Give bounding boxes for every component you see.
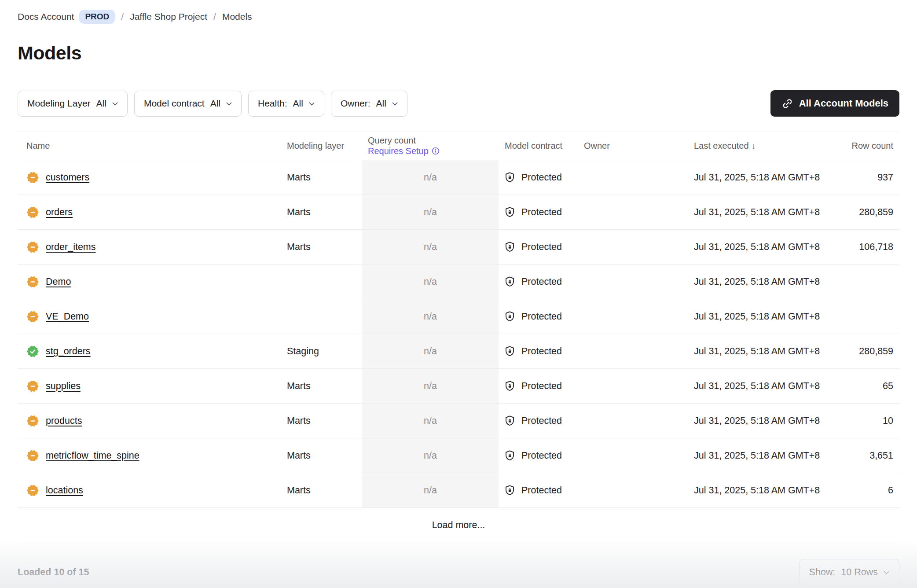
filter-value: All — [293, 98, 303, 109]
model-contract-cell: Protected — [499, 160, 578, 195]
all-account-models-button[interactable]: All Account Models — [770, 90, 899, 117]
col-header-last-executed[interactable]: Last executed↓ — [688, 137, 824, 154]
environment-badge: PROD — [79, 10, 115, 24]
breadcrumb-account[interactable]: Docs Account — [18, 11, 74, 22]
last-executed-cell: Jul 31, 2025, 5:18 AM GMT+8 — [688, 334, 824, 368]
filter-health[interactable]: Health: All — [248, 91, 324, 117]
health-check-icon — [26, 345, 39, 358]
modeling-layer-cell: Marts — [287, 230, 362, 264]
model-name-link[interactable]: stg_orders — [46, 346, 91, 357]
model-name-cell: orders — [18, 195, 287, 229]
model-contract-value: Protected — [521, 276, 562, 287]
health-minus-icon — [26, 380, 39, 393]
chevron-down-icon — [392, 102, 398, 106]
model-contract-value: Protected — [521, 207, 562, 218]
row-count-cell: 106,718 — [824, 230, 899, 264]
query-count-cell: n/a — [362, 369, 499, 403]
all-account-models-label: All Account Models — [799, 98, 888, 109]
model-name-cell: customers — [18, 160, 287, 195]
model-name-cell: locations — [18, 473, 287, 507]
model-contract-cell: Protected — [499, 473, 578, 507]
col-header-model-contract[interactable]: Model contract — [499, 137, 578, 154]
health-minus-icon — [26, 206, 39, 219]
shield-lock-icon — [504, 276, 516, 288]
filter-owner[interactable]: Owner: All — [331, 91, 407, 117]
filter-model-contract[interactable]: Model contract All — [134, 91, 242, 117]
shield-lock-icon — [504, 241, 516, 253]
model-name-link[interactable]: Demo — [46, 276, 71, 287]
model-name-link[interactable]: supplies — [46, 381, 81, 392]
model-name-link[interactable]: order_items — [46, 242, 96, 253]
model-name-link[interactable]: locations — [46, 485, 83, 496]
last-executed-cell: Jul 31, 2025, 5:18 AM GMT+8 — [688, 369, 824, 403]
model-name-cell: metricflow_time_spine — [18, 438, 287, 473]
model-name-cell: order_items — [18, 230, 287, 264]
table-row: metricflow_time_spine Marts n/a Protecte… — [18, 438, 899, 473]
col-header-modeling-layer[interactable]: Modeling layer — [287, 137, 362, 154]
owner-cell — [578, 369, 688, 403]
health-minus-icon — [26, 276, 39, 288]
health-minus-icon — [26, 310, 39, 323]
model-name-link[interactable]: products — [46, 415, 82, 426]
model-contract-value: Protected — [521, 485, 562, 496]
row-count-cell: 10 — [824, 404, 899, 438]
query-count-label: Query count — [368, 136, 499, 146]
model-contract-cell: Protected — [499, 404, 578, 438]
chevron-down-icon — [226, 102, 232, 106]
model-name-link[interactable]: metricflow_time_spine — [46, 450, 139, 461]
col-header-name[interactable]: Name — [18, 137, 287, 154]
chevron-down-icon — [884, 571, 889, 575]
shield-lock-icon — [504, 380, 516, 392]
show-rows-dropdown[interactable]: Show: 10 Rows — [799, 559, 899, 585]
model-name-link[interactable]: orders — [46, 207, 73, 218]
last-executed-cell: Jul 31, 2025, 5:18 AM GMT+8 — [688, 230, 824, 264]
filter-modeling-layer[interactable]: Modeling Layer All — [18, 91, 128, 117]
row-count-cell — [824, 265, 899, 299]
table-row: supplies Marts n/a Protected Jul 31, 202… — [18, 369, 899, 404]
model-contract-cell: Protected — [499, 299, 578, 334]
requires-setup-link[interactable]: Requires Setup — [368, 146, 440, 157]
owner-cell — [578, 404, 688, 438]
show-label: Show: — [809, 567, 836, 578]
load-more-button[interactable]: Load more... — [432, 520, 485, 531]
chevron-down-icon — [112, 102, 118, 106]
col-header-owner[interactable]: Owner — [578, 137, 688, 154]
owner-cell — [578, 299, 688, 334]
modeling-layer-cell: Staging — [287, 334, 362, 368]
last-executed-cell: Jul 31, 2025, 5:18 AM GMT+8 — [688, 299, 824, 334]
model-name-cell: stg_orders — [18, 334, 287, 368]
row-count-cell: 280,859 — [824, 195, 899, 229]
model-name-link[interactable]: VE_Demo — [46, 311, 89, 322]
model-name-link[interactable]: customers — [46, 172, 89, 183]
last-executed-cell: Jul 31, 2025, 5:18 AM GMT+8 — [688, 473, 824, 507]
modeling-layer-cell: Marts — [287, 160, 362, 195]
model-contract-value: Protected — [521, 381, 562, 392]
query-count-cell: n/a — [362, 160, 499, 195]
info-icon[interactable] — [431, 147, 440, 155]
owner-cell — [578, 160, 688, 195]
table-row: Demo n/a Protected Jul 31, 2025, 5:18 AM… — [18, 265, 899, 299]
last-executed-cell: Jul 31, 2025, 5:18 AM GMT+8 — [688, 404, 824, 438]
last-executed-cell: Jul 31, 2025, 5:18 AM GMT+8 — [688, 160, 824, 195]
row-count-cell: 65 — [824, 369, 899, 403]
modeling-layer-cell — [287, 265, 362, 299]
filter-value: All — [96, 98, 106, 109]
health-minus-icon — [26, 449, 39, 462]
filter-label: Health: — [258, 98, 287, 109]
health-minus-icon — [26, 484, 39, 497]
col-header-row-count[interactable]: Row count — [824, 137, 899, 154]
shield-lock-icon — [504, 415, 516, 427]
row-count-cell: 937 — [824, 160, 899, 195]
health-minus-icon — [26, 171, 39, 184]
models-table: Name Modeling layer Query count Requires… — [18, 132, 899, 543]
query-count-cell: n/a — [362, 265, 499, 299]
shield-lock-icon — [504, 485, 516, 496]
requires-setup-label: Requires Setup — [368, 146, 429, 157]
shield-lock-icon — [504, 172, 516, 184]
owner-cell — [578, 195, 688, 229]
query-count-cell: n/a — [362, 438, 499, 473]
breadcrumb-project[interactable]: Jaffle Shop Project — [130, 11, 207, 22]
chevron-down-icon — [309, 102, 315, 106]
models-page: Docs Account PROD / Jaffle Shop Project … — [0, 0, 917, 588]
model-name-cell: VE_Demo — [18, 299, 287, 334]
